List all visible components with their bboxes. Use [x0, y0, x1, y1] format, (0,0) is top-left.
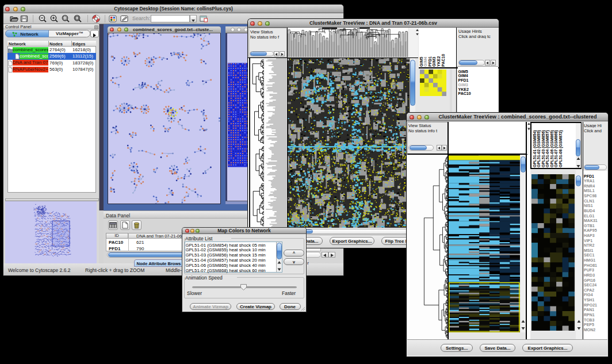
svg-text:SEC24: SEC24 — [584, 283, 596, 287]
svg-text:GIM5: GIM5 — [419, 57, 423, 67]
svg-text:PFD1: PFD1 — [428, 56, 432, 67]
svg-text:MAK31: MAK31 — [584, 219, 598, 223]
svg-text:YRA1: YRA1 — [584, 179, 595, 183]
svg-text:MON2: MON2 — [584, 328, 595, 332]
svg-text:HAP3: HAP3 — [584, 233, 595, 237]
svg-text:PFD1: PFD1 — [584, 174, 594, 178]
svg-text:MSI1: MSI1 — [584, 248, 593, 252]
svg-text:VIP1: VIP1 — [584, 239, 592, 243]
svg-text:RPO21: RPO21 — [584, 303, 597, 307]
svg-text:NIS1: NIS1 — [584, 204, 593, 208]
svg-text:PAC10: PAC10 — [441, 54, 445, 67]
svg-text:PHO81: PHO81 — [584, 263, 597, 267]
svg-text:GIM3: GIM3 — [432, 57, 436, 67]
svg-text:ELG1: ELG1 — [584, 214, 594, 218]
svg-text:GTB1: GTB1 — [584, 224, 595, 228]
svg-text:PAN1: PAN1 — [584, 308, 594, 312]
svg-text:BUD4: BUD4 — [584, 209, 595, 213]
svg-text:HMG1: HMG1 — [584, 258, 595, 262]
svg-text:NTR2: NTR2 — [584, 243, 594, 247]
svg-text:CPA2: CPA2 — [584, 288, 594, 292]
svg-text:RNR4: RNR4 — [584, 184, 595, 188]
svg-text:PEP5: PEP5 — [584, 323, 594, 327]
svg-text:GIM4: GIM4 — [423, 57, 427, 67]
svg-text:HRD3: HRD3 — [584, 273, 595, 277]
svg-text:PUF3: PUF3 — [584, 268, 594, 272]
svg-text:SEC1: SEC1 — [584, 253, 594, 257]
svg-text:GPL51-08 (GSM872): GPL51-08 (GSM872) — [558, 130, 563, 167]
svg-text:SPC98: SPC98 — [584, 194, 596, 198]
svg-text:TCB3: TCB3 — [584, 318, 594, 322]
svg-text:RPN1: RPN1 — [584, 313, 595, 317]
svg-text:YSH1: YSH1 — [584, 298, 594, 302]
svg-text:CLN1: CLN1 — [584, 199, 594, 203]
svg-text:GPI16: GPI16 — [584, 278, 595, 282]
svg-text:KAP95: KAP95 — [584, 228, 597, 232]
svg-text:YKE2: YKE2 — [437, 56, 441, 67]
svg-text:MSL1: MSL1 — [584, 189, 595, 193]
svg-text:FIG4: FIG4 — [584, 293, 593, 297]
